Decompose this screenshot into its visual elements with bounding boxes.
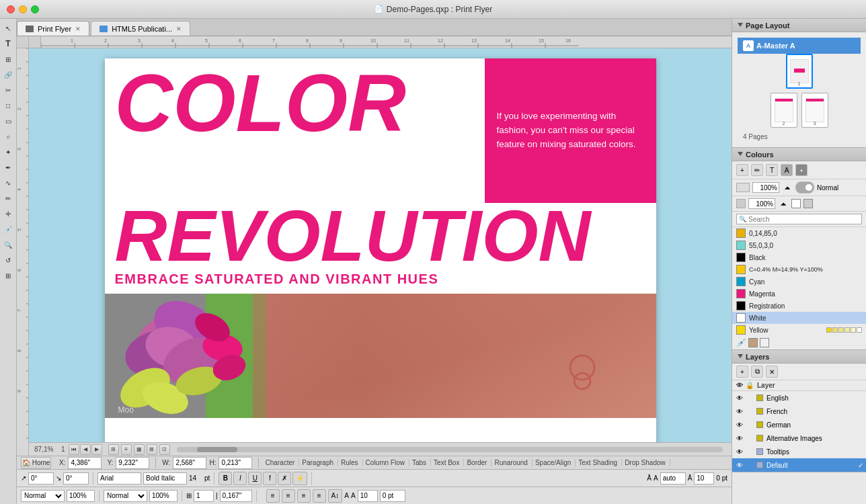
tool-text[interactable]: T	[1, 37, 15, 50]
opacity-stepper[interactable]: ⏶	[782, 182, 793, 193]
tool-pen[interactable]: ✒	[1, 161, 15, 174]
h-input[interactable]	[219, 457, 252, 469]
kern-input[interactable]	[660, 472, 686, 485]
view-btn-4[interactable]: ⊠	[147, 444, 157, 455]
maximize-button[interactable]	[31, 5, 39, 13]
edit-colour-btn[interactable]: ✏	[751, 164, 763, 176]
align-left-btn[interactable]: ≡	[266, 489, 280, 503]
layer-lock-english[interactable]	[746, 393, 755, 403]
extra-input[interactable]	[358, 490, 378, 502]
view-btn-2[interactable]: ≡	[121, 444, 132, 455]
align-justify-btn[interactable]: ≡	[313, 489, 326, 503]
italic-button[interactable]: I	[233, 472, 247, 485]
tab-print-flyer[interactable]: Print Flyer ✕	[17, 21, 89, 36]
angle2-input[interactable]	[63, 472, 89, 485]
layer-lock-german[interactable]	[746, 420, 755, 429]
color-row-8[interactable]: Yellow	[732, 324, 866, 336]
tool-scissors[interactable]: ✂	[1, 83, 15, 97]
gutter-input[interactable]	[220, 490, 252, 502]
tabs-percent[interactable]	[149, 490, 178, 502]
flow-percent[interactable]	[67, 490, 95, 502]
tool-link[interactable]: 🔗	[1, 68, 15, 81]
close-button[interactable]	[7, 5, 15, 13]
tool-star[interactable]: ✦	[1, 145, 15, 159]
layer-row-french[interactable]: 👁 French	[732, 405, 866, 418]
align-center-btn[interactable]: ≡	[282, 489, 295, 503]
tab-close-html5[interactable]: ✕	[176, 26, 182, 32]
style-input[interactable]	[143, 472, 187, 485]
bold-button[interactable]: B	[219, 472, 232, 485]
tool-rect[interactable]: □	[1, 99, 15, 112]
home-button[interactable]: 🏠 Home	[21, 457, 51, 469]
colours-header[interactable]: Colours	[732, 148, 866, 161]
colour-A-btn[interactable]: A	[781, 164, 793, 176]
layer-eye-english[interactable]: 👁	[735, 393, 744, 403]
tool-rounded-rect[interactable]: ▭	[1, 114, 15, 128]
layer-lock-alt-images[interactable]	[746, 433, 755, 443]
tool-eyedropper[interactable]: 💉	[1, 222, 15, 236]
tool-zoom[interactable]: 🔍	[1, 238, 15, 251]
layer-lock-french[interactable]	[746, 407, 755, 416]
minimize-button[interactable]	[19, 5, 27, 13]
color-row-7[interactable]: White	[732, 312, 866, 324]
opacity-input[interactable]	[752, 182, 779, 193]
layer-eye-tooltips[interactable]: 👁	[735, 447, 744, 456]
layer-row-tooltips[interactable]: 👁 Tooltips	[732, 445, 866, 458]
tool-move[interactable]: ✛	[1, 207, 15, 220]
tool-table[interactable]: ⊞	[1, 269, 15, 282]
delete-layer-btn[interactable]: ✕	[766, 366, 778, 378]
color-row-6[interactable]: Registration	[732, 300, 866, 312]
document-canvas[interactable]: COLOR If you love experimenting with fas…	[105, 58, 656, 442]
color-row-0[interactable]: 0,14,85,0	[732, 227, 866, 239]
leading-input[interactable]	[694, 472, 714, 485]
tool-bezier[interactable]: ∿	[1, 176, 15, 190]
extra1-btn[interactable]: A↕	[328, 489, 343, 503]
layer-row-english[interactable]: 👁 English	[732, 391, 866, 405]
page-first-btn[interactable]: ⏮	[69, 444, 79, 455]
tool-rotate[interactable]: ↺	[1, 253, 15, 267]
color-row-4[interactable]: Cyan	[732, 276, 866, 288]
layer-eye-french[interactable]: 👁	[735, 407, 744, 416]
page-prev-btn[interactable]: ◀	[80, 444, 91, 455]
tabs-select[interactable]: Normal	[104, 490, 147, 502]
layer-eye-alt-images[interactable]: 👁	[735, 433, 744, 443]
page-thumb-2[interactable]: 2	[771, 93, 797, 128]
flow-select[interactable]: Normal	[21, 490, 65, 502]
horizontal-scrollbar[interactable]	[177, 447, 723, 452]
page-thumb-3[interactable]: 3	[801, 93, 828, 128]
page-layout-header[interactable]: Page Layout	[732, 19, 866, 32]
font-input[interactable]	[97, 472, 141, 485]
pt-input2[interactable]	[380, 490, 405, 502]
view-btn-5[interactable]: ⊡	[159, 444, 170, 455]
blend-toggle[interactable]	[795, 181, 814, 194]
layer-lock-tooltips[interactable]	[746, 447, 755, 456]
color-row-2[interactable]: Black	[732, 251, 866, 263]
canvas-wrapper[interactable]: COLOR If you love experimenting with fas…	[29, 48, 732, 442]
duplicate-layer-btn[interactable]: ⧉	[751, 366, 763, 378]
new-colour-btn[interactable]: +	[736, 164, 748, 176]
color-row-3[interactable]: C=0.4% M=14.9% Y=100%	[732, 263, 866, 276]
layer-lock-default[interactable]	[746, 460, 755, 470]
link-button[interactable]: ⚡	[292, 472, 307, 485]
x-input[interactable]	[68, 457, 102, 469]
layer-row-default[interactable]: 👁 Default ✓	[732, 458, 866, 472]
tool-image[interactable]: ⊞	[1, 52, 15, 66]
page-thumb-1[interactable]: 1	[786, 54, 813, 89]
special-char-button[interactable]: ✗	[278, 472, 291, 485]
color-row-5[interactable]: Magenta	[732, 288, 866, 300]
tab-close-print[interactable]: ✕	[75, 26, 81, 32]
colour-T-btn[interactable]: T	[766, 164, 778, 176]
layer-eye-default[interactable]: 👁	[735, 460, 744, 470]
tool-arrow[interactable]: ↖	[1, 22, 15, 35]
layer-row-alt-images[interactable]: 👁 Alternative Images	[732, 431, 866, 445]
layer-row-german[interactable]: 👁 German	[732, 418, 866, 431]
tool-pencil[interactable]: ✏	[1, 192, 15, 205]
tab-html5[interactable]: HTML5 Publicati... ✕	[91, 21, 190, 36]
view-btn-3[interactable]: ▦	[134, 444, 145, 455]
angle1-input[interactable]	[28, 472, 54, 485]
colour-gray-btn[interactable]: ▪	[795, 164, 808, 176]
colour-search-input[interactable]	[748, 214, 859, 224]
view-btn-1[interactable]: ⊞	[108, 444, 119, 455]
layer-eye-german[interactable]: 👁	[735, 420, 744, 429]
underline-button[interactable]: U	[248, 472, 262, 485]
